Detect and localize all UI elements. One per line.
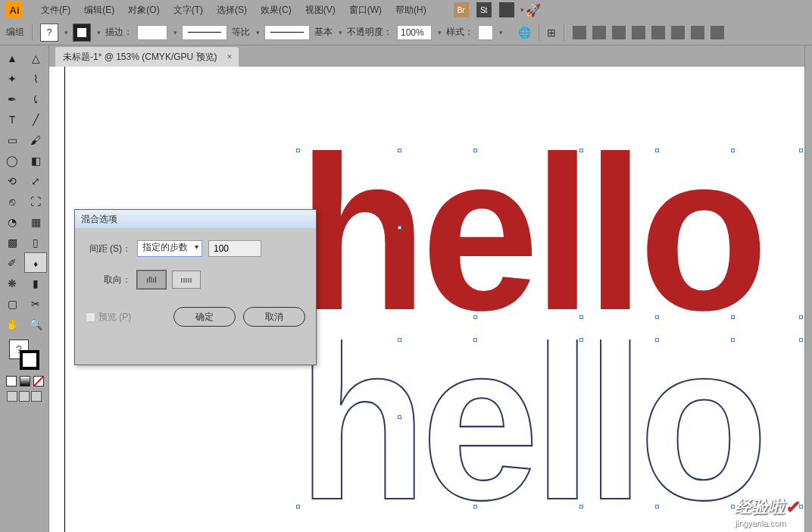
stroke-dropdown[interactable]: ▾	[97, 29, 101, 36]
slice-tool[interactable]: ✂	[25, 294, 46, 313]
style-select[interactable]	[478, 25, 493, 40]
orient-align-path[interactable]: ııııı	[172, 271, 201, 289]
arrange-icon[interactable]	[499, 2, 514, 17]
stroke-weight-field[interactable]	[137, 25, 167, 40]
hello-text-red[interactable]: hello	[298, 150, 804, 317]
spacing-value-input[interactable]	[208, 240, 261, 257]
selection-handle[interactable]	[473, 315, 477, 319]
artboard-tool[interactable]: ▢	[2, 294, 23, 313]
selection-handle[interactable]	[579, 338, 583, 342]
uniform-dropdown[interactable]: ▾	[256, 29, 260, 36]
selection-handle[interactable]	[473, 338, 477, 342]
document-tab[interactable]: 未标题-1* @ 153% (CMYK/GPU 预览) ×	[55, 47, 239, 67]
fill-swatch[interactable]: ?	[40, 23, 58, 42]
rotate-tool[interactable]: ⟲	[2, 171, 23, 190]
selection-handle[interactable]	[398, 226, 401, 230]
selection-handle[interactable]	[655, 505, 659, 509]
selection-handle[interactable]	[579, 505, 583, 509]
menu-select[interactable]: 选择(S)	[211, 2, 253, 18]
selection-handle[interactable]	[296, 149, 300, 152]
type-tool[interactable]: T	[2, 110, 23, 129]
recolor-icon[interactable]: 🌐	[518, 27, 531, 39]
color-mode-none[interactable]	[33, 376, 44, 386]
hello-text-outline[interactable]: hello	[298, 340, 804, 506]
selection-handle[interactable]	[731, 315, 735, 319]
fill-dropdown[interactable]: ▾	[64, 29, 68, 36]
direct-selection-tool[interactable]: △	[25, 49, 46, 67]
magic-wand-tool[interactable]: ✦	[2, 69, 23, 88]
cancel-button[interactable]: 取消	[243, 307, 305, 327]
color-mode-solid[interactable]	[6, 376, 17, 386]
brush-dropdown[interactable]: ▾	[339, 29, 342, 36]
fill-stroke-control[interactable]: ?	[9, 340, 39, 370]
width-tool[interactable]: ⎋	[2, 192, 23, 211]
paintbrush-tool[interactable]: 🖌	[25, 130, 46, 149]
scale-tool[interactable]: ⤢	[25, 171, 46, 190]
selection-handle[interactable]	[579, 149, 583, 152]
menu-help[interactable]: 帮助(H)	[389, 2, 433, 18]
shape-builder-tool[interactable]: ◔	[2, 212, 23, 231]
stroke-swatch[interactable]	[73, 23, 91, 42]
selection-handle[interactable]	[655, 149, 659, 152]
draw-normal[interactable]	[7, 391, 17, 402]
width-profile-select[interactable]	[182, 25, 227, 40]
opacity-dropdown[interactable]: ▾	[438, 29, 442, 36]
menu-view[interactable]: 视图(V)	[299, 2, 342, 18]
column-graph-tool[interactable]: ▮	[25, 274, 46, 293]
selection-handle[interactable]	[731, 149, 735, 152]
menu-type[interactable]: 文字(T)	[167, 2, 209, 18]
bridge-icon[interactable]: Br	[454, 2, 469, 17]
stroke-box[interactable]	[20, 350, 39, 370]
preview-checkbox[interactable]: 预览 (P)	[86, 311, 131, 324]
blend-tool[interactable]: ⬧	[25, 253, 46, 272]
menu-effect[interactable]: 效果(C)	[255, 2, 298, 18]
align-hcenter-icon[interactable]	[592, 26, 606, 39]
selection-handle[interactable]	[398, 149, 401, 152]
spacing-mode-select[interactable]: 指定的步数	[137, 240, 202, 257]
ok-button[interactable]: 确定	[173, 307, 236, 327]
rectangle-tool[interactable]: ▭	[2, 130, 23, 149]
gpu-icon[interactable]: 🚀	[526, 3, 541, 17]
perspective-grid-tool[interactable]: ▦	[25, 212, 46, 231]
selection-handle[interactable]	[655, 315, 659, 319]
opacity-field[interactable]: 100%	[397, 25, 432, 40]
lasso-tool[interactable]: ⌇	[25, 69, 46, 88]
gradient-tool[interactable]: ▯	[25, 233, 46, 252]
free-transform-tool[interactable]: ⛶	[25, 192, 46, 211]
stroke-weight-dropdown[interactable]: ▾	[173, 29, 177, 36]
menu-object[interactable]: 对象(O)	[122, 2, 165, 18]
brush-select[interactable]	[264, 25, 310, 40]
selection-tool[interactable]: ▲	[2, 49, 23, 67]
menu-edit[interactable]: 编辑(E)	[78, 2, 120, 18]
mesh-tool[interactable]: ▩	[2, 233, 23, 252]
line-tool[interactable]: ╱	[25, 110, 46, 129]
selection-handle[interactable]	[398, 338, 401, 342]
selection-handle[interactable]	[296, 505, 300, 509]
color-mode-gradient[interactable]	[20, 376, 30, 386]
selection-handle[interactable]	[579, 315, 583, 319]
menu-window[interactable]: 窗口(W)	[343, 2, 388, 18]
pen-tool[interactable]: ✒	[2, 89, 23, 108]
draw-inside[interactable]	[31, 391, 42, 402]
preview-checkbox-input[interactable]	[86, 312, 95, 322]
align-right-icon[interactable]	[612, 26, 626, 39]
align-top-icon[interactable]	[632, 26, 645, 39]
zoom-tool[interactable]: 🔍	[25, 315, 46, 333]
orient-align-page[interactable]: ıllıl	[137, 271, 166, 289]
selection-handle[interactable]	[799, 338, 803, 342]
selection-handle[interactable]	[655, 338, 659, 342]
selection-handle[interactable]	[799, 315, 803, 319]
arrange-dropdown[interactable]: ▾	[520, 6, 524, 14]
align-panel-icon[interactable]: ⊞	[547, 27, 556, 39]
selection-handle[interactable]	[799, 149, 803, 152]
style-dropdown[interactable]: ▾	[499, 29, 503, 36]
eyedropper-tool[interactable]: ✐	[2, 253, 23, 272]
symbol-sprayer-tool[interactable]: ❋	[2, 274, 23, 293]
align-bottom-icon[interactable]	[671, 26, 685, 39]
align-left-icon[interactable]	[573, 26, 586, 39]
distribute-v-icon[interactable]	[710, 26, 724, 39]
shaper-tool[interactable]: ◯	[2, 151, 23, 170]
draw-behind[interactable]	[19, 391, 30, 402]
menu-file[interactable]: 文件(F)	[35, 2, 77, 18]
eraser-tool[interactable]: ◧	[25, 151, 46, 170]
